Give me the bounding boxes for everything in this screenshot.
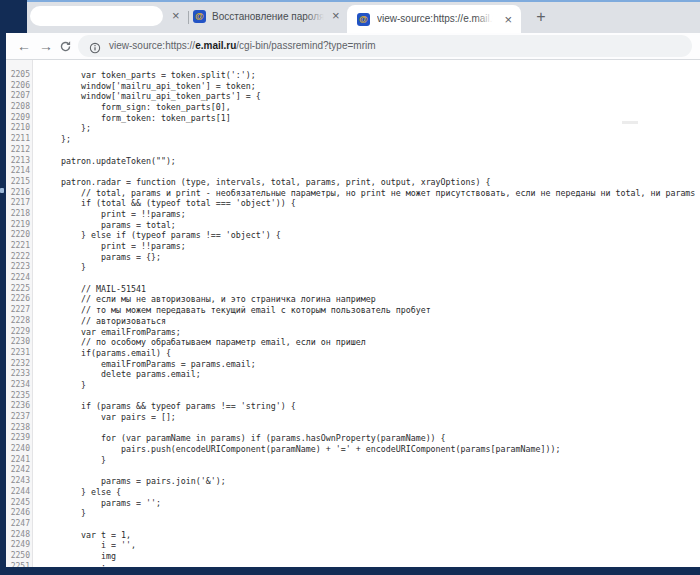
source-line: 2236 if (params && typeof params !== 'st…	[6, 401, 700, 412]
line-number: 2251	[6, 562, 33, 567]
source-line: 2206 window['mailru_api_token'] = token;	[6, 81, 700, 92]
line-number: 2243	[6, 476, 33, 487]
tab-2-password-recovery[interactable]: @ Восстановление пароля - Почта	[193, 8, 345, 28]
line-number: 2222	[6, 252, 33, 263]
reload-button[interactable]	[59, 39, 72, 57]
source-line: 2218 print = !!params;	[6, 209, 700, 220]
line-number: 2241	[6, 455, 33, 466]
line-number: 2240	[6, 444, 33, 455]
source-line: 2220 } else if (typeof params !== 'objec…	[6, 230, 700, 241]
line-number: 2210	[6, 123, 33, 134]
back-button[interactable]: ←	[17, 37, 31, 55]
line-number: 2217	[6, 198, 33, 209]
line-code: emailFromParams = params.email;	[33, 359, 256, 370]
source-line: 2227 // то мы можем передавать текущий e…	[6, 305, 700, 316]
line-number: 2208	[6, 102, 33, 113]
source-line: 2230 // по особому обрабатываем параметр…	[6, 337, 700, 348]
line-code: }	[33, 508, 86, 519]
source-line: 2237 var pairs = [];	[6, 412, 700, 423]
source-line: 2211 };	[6, 134, 700, 145]
line-code: img	[33, 551, 116, 562]
line-code: if(params.email) {	[33, 348, 171, 359]
line-code: };	[33, 134, 71, 145]
source-line: 2212	[6, 145, 700, 156]
line-code	[33, 465, 41, 476]
tab-1-redacted-title[interactable]	[30, 6, 163, 26]
line-code: // авторизоваться	[33, 316, 166, 327]
source-line: 2217 if (total && (typeof total === 'obj…	[6, 198, 700, 209]
tab-strip: × @ Восстановление пароля - Почта × @ vi…	[27, 2, 700, 33]
line-code: params = {};	[33, 252, 161, 263]
line-code: patron.updateToken("");	[33, 156, 176, 167]
line-number: 2244	[6, 487, 33, 498]
source-line: 2207 window['mailru_api_token_parts'] = …	[6, 91, 700, 102]
source-line: 2243 params = pairs.join('&');	[6, 476, 700, 487]
line-number: 2248	[6, 530, 33, 541]
line-number: 2215	[6, 177, 33, 188]
line-number: 2221	[6, 241, 33, 252]
line-code: pairs.push(encodeURIComponent(paramName)…	[33, 444, 561, 455]
source-line: 2244 } else {	[6, 487, 700, 498]
source-line: 2210 };	[6, 123, 700, 134]
source-line: 2226 // если мы не авторизованы, и это с…	[6, 294, 700, 305]
line-code: form_sign: token_parts[0],	[33, 102, 231, 113]
line-code	[33, 145, 41, 156]
line-code: form_token: token_parts[1]	[33, 113, 231, 124]
line-code: print = !!params;	[33, 209, 186, 220]
address-bar[interactable]: view-source:https://e.mail.ru/cgi-bin/pa…	[78, 35, 692, 57]
line-code: params = pairs.join('&');	[33, 476, 226, 487]
source-line: 2232 emailFromParams = params.email;	[6, 359, 700, 370]
line-code: }	[33, 262, 86, 273]
source-code: 2205 var token_parts = token.split(':');…	[6, 70, 700, 567]
line-code: print = !!params;	[33, 241, 186, 252]
line-number: 2229	[6, 327, 33, 338]
line-number: 2211	[6, 134, 33, 145]
tab-2-close-icon[interactable]: ×	[332, 9, 340, 22]
line-number: 2226	[6, 294, 33, 305]
line-number: 2224	[6, 273, 33, 284]
line-number: 2236	[6, 401, 33, 412]
page-info-icon[interactable]	[89, 40, 101, 58]
source-line: 2247	[6, 519, 700, 530]
line-number: 2214	[6, 166, 33, 177]
line-code: params = total;	[33, 220, 176, 231]
tab-3-title-fade	[475, 13, 493, 27]
line-number: 2246	[6, 508, 33, 519]
line-code: for (var paramName in params) if (params…	[33, 433, 446, 444]
line-number: 2247	[6, 519, 33, 530]
line-number: 2207	[6, 91, 33, 102]
mailru-favicon-icon: @	[193, 10, 206, 23]
tab-3-view-source-active[interactable]: @ view-source:https://e.mail.ru/cgi ×	[347, 5, 521, 33]
line-code: var emailFromParams;	[33, 327, 181, 338]
line-code: // если мы не авторизованы, и это страни…	[33, 294, 376, 305]
line-number: 2249	[6, 540, 33, 551]
source-line: 2223 }	[6, 262, 700, 273]
source-line: 2208 form_sign: token_parts[0],	[6, 102, 700, 113]
source-line: 2216 // total, params и print - необязат…	[6, 188, 700, 199]
forward-button[interactable]: →	[39, 37, 53, 55]
line-code: var token_parts = token.split(':');	[33, 70, 256, 81]
source-line: 2221 print = !!params;	[6, 241, 700, 252]
line-code	[33, 166, 41, 177]
new-tab-button[interactable]: +	[531, 7, 551, 27]
line-code: } else if (typeof params !== 'object') {	[33, 230, 281, 241]
tab-2-title-fade	[306, 11, 324, 25]
tab-1-close-icon[interactable]: ×	[172, 9, 180, 22]
source-line: 2245 params = '';	[6, 498, 700, 509]
line-code: window['mailru_api_token_parts'] = {	[33, 91, 261, 102]
source-line: 2228 // авторизоваться	[6, 316, 700, 327]
line-code: var t = 1,	[33, 530, 131, 541]
left-edge-marker	[0, 188, 4, 193]
line-number: 2238	[6, 423, 33, 434]
line-number: 2206	[6, 81, 33, 92]
line-code: };	[33, 123, 91, 134]
line-number: 2223	[6, 262, 33, 273]
line-number: 2218	[6, 209, 33, 220]
line-number: 2228	[6, 316, 33, 327]
line-number: 2235	[6, 391, 33, 402]
source-line: 2205 var token_parts = token.split(':');	[6, 70, 700, 81]
source-line: 2219 params = total;	[6, 220, 700, 231]
line-code	[33, 391, 41, 402]
tab-3-close-icon[interactable]: ×	[504, 13, 512, 26]
url-scheme: view-source:https://	[109, 40, 195, 51]
